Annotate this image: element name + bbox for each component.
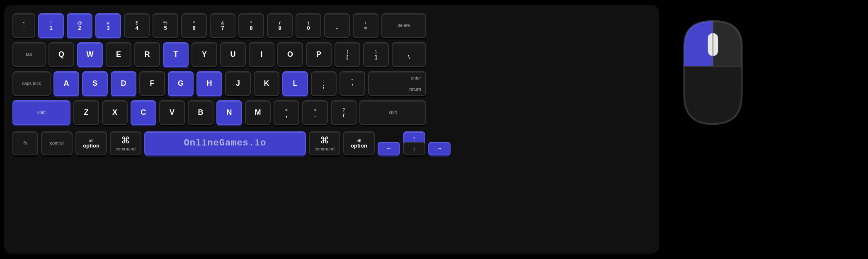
key-semicolon[interactable]: : ; (311, 71, 337, 96)
key-rshift[interactable]: shift (359, 100, 426, 125)
key-0[interactable]: ) 0 (296, 13, 321, 38)
key-lcmd[interactable]: ⌘ command (110, 131, 141, 155)
key-enter[interactable]: enter return (368, 71, 426, 96)
key-control[interactable]: control (41, 131, 73, 155)
key-6[interactable]: ^ 6 (181, 13, 207, 38)
key-tilde[interactable]: ~ ` (12, 13, 35, 38)
key-q[interactable]: Q (48, 42, 74, 67)
key-8[interactable]: * 8 (238, 13, 264, 38)
key-u[interactable]: U (220, 42, 246, 67)
key-a[interactable]: A (53, 71, 79, 96)
key-rcmd[interactable]: ⌘ command (309, 131, 340, 155)
key-y[interactable]: Y (192, 42, 217, 67)
key-ralt[interactable]: alt option (343, 131, 375, 155)
key-k[interactable]: K (254, 71, 279, 96)
key-arrow-left[interactable]: ← (378, 142, 400, 155)
key-x[interactable]: X (102, 100, 128, 125)
key-lshift[interactable]: shift (12, 100, 70, 125)
key-slash[interactable]: ? / (331, 100, 356, 125)
key-backslash[interactable]: | \ (392, 42, 426, 67)
key-j[interactable]: J (225, 71, 251, 96)
key-quote[interactable]: " ' (339, 71, 365, 96)
key-g[interactable]: G (168, 71, 194, 96)
key-fn[interactable]: fn (12, 131, 38, 155)
key-l[interactable]: L (282, 71, 308, 96)
key-t[interactable]: T (163, 42, 189, 67)
key-p[interactable]: P (306, 42, 332, 67)
key-w[interactable]: W (77, 42, 103, 67)
keyboard: ~ ` ! 1 @ 2 # 3 $ 4 % 5 ^ 6 & 7 * 8 ( 9 … (4, 5, 659, 254)
mouse (672, 12, 754, 128)
key-arrow-right[interactable]: → (428, 142, 451, 155)
key-i[interactable]: I (249, 42, 274, 67)
key-c[interactable]: C (131, 100, 156, 125)
key-comma[interactable]: < , (274, 100, 299, 125)
key-capslock[interactable]: caps lock (12, 71, 51, 96)
key-2[interactable]: @ 2 (67, 13, 92, 38)
key-n[interactable]: N (216, 100, 242, 125)
key-v[interactable]: V (159, 100, 185, 125)
key-rbrace[interactable]: } ] (363, 42, 389, 67)
key-m[interactable]: M (245, 100, 271, 125)
key-delete[interactable]: delete (381, 13, 426, 38)
key-d[interactable]: D (111, 71, 136, 96)
key-period[interactable]: > . (302, 100, 328, 125)
key-e[interactable]: E (106, 42, 131, 67)
mouse-svg (672, 12, 754, 128)
key-7[interactable]: & 7 (210, 13, 235, 38)
key-f[interactable]: F (139, 71, 165, 96)
key-h[interactable]: H (196, 71, 222, 96)
key-r[interactable]: R (134, 42, 160, 67)
key-minus[interactable]: _ - (324, 13, 350, 38)
key-arrow-down[interactable]: ↓ (403, 142, 425, 155)
key-1[interactable]: ! 1 (38, 13, 64, 38)
key-5[interactable]: % 5 (153, 13, 178, 38)
key-9[interactable]: ( 9 (267, 13, 293, 38)
key-tab[interactable]: tab (12, 42, 46, 67)
key-lalt[interactable]: alt option (75, 131, 107, 155)
key-o[interactable]: O (277, 42, 303, 67)
key-space[interactable]: OnlineGames.io (144, 131, 306, 155)
key-3[interactable]: # 3 (95, 13, 121, 38)
key-s[interactable]: S (82, 71, 108, 96)
key-equal[interactable]: + = (353, 13, 378, 38)
key-b[interactable]: B (188, 100, 213, 125)
key-z[interactable]: Z (73, 100, 99, 125)
key-4[interactable]: $ 4 (124, 13, 150, 38)
key-lbrace[interactable]: { [ (335, 42, 360, 67)
